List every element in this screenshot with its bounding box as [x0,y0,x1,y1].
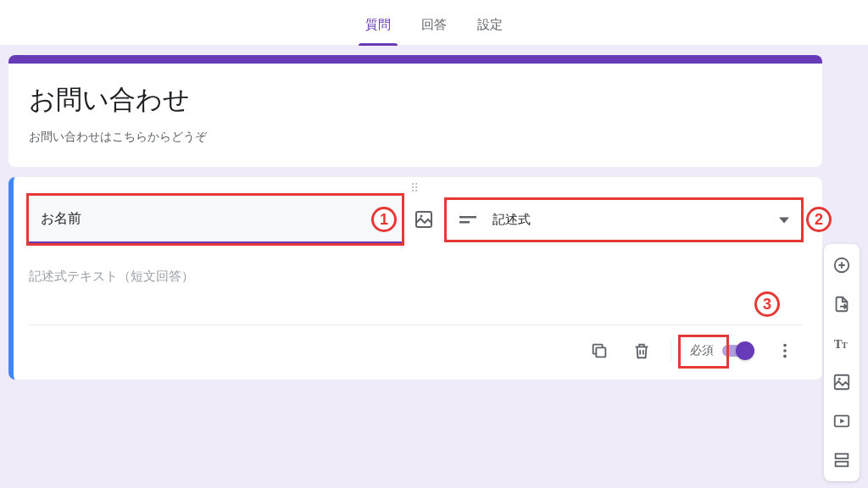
svg-rect-2 [459,216,476,219]
import-questions-button[interactable] [827,288,856,320]
side-toolbar: T T [824,244,860,481]
svg-rect-3 [459,221,470,224]
delete-button[interactable] [625,334,659,368]
required-label: 必須 [690,343,714,358]
tab-responses[interactable]: 回答 [416,8,452,45]
question-card: ⠿ 1 記述 [8,177,822,380]
svg-rect-15 [836,462,849,467]
required-group: 必須 [683,340,760,362]
answer-placeholder: 記述式テキスト（短文回答） [29,247,454,294]
svg-text:T: T [842,341,848,350]
add-video-button[interactable] [827,405,856,437]
annotation-badge-1: 1 [371,207,397,232]
svg-rect-4 [596,347,605,357]
question-type-dropdown[interactable]: 記述式 2 [446,199,802,241]
more-options-button[interactable] [768,334,802,368]
question-footer: 必須 3 [29,325,802,368]
editor-tabs: 質問 回答 設定 [0,0,868,45]
svg-point-7 [783,355,787,358]
chevron-down-icon [779,212,789,227]
add-section-button[interactable] [827,444,856,476]
tab-settings[interactable]: 設定 [472,8,508,45]
question-title-box: 1 [29,196,402,243]
footer-separator [670,340,671,362]
svg-rect-14 [836,454,849,459]
duplicate-button[interactable] [582,334,616,368]
annotation-badge-3: 3 [754,291,780,317]
add-image-button[interactable] [827,366,856,398]
form-header-card: お問い合わせ お問い合わせはこちらからどうぞ [8,55,822,167]
svg-point-6 [783,349,787,352]
question-header-row: 1 記述式 [29,196,802,243]
annotation-badge-2: 2 [806,207,832,232]
question-title-input[interactable] [29,196,402,243]
add-title-button[interactable]: T T [827,327,856,359]
add-image-icon[interactable] [414,209,434,230]
content-area: お問い合わせ お問い合わせはこちらからどうぞ ⠿ 1 [0,45,868,380]
short-answer-icon [459,214,481,225]
form-description[interactable]: お問い合わせはこちらからどうぞ [29,130,802,145]
required-toggle[interactable] [722,345,753,357]
question-type-label: 記述式 [492,212,531,228]
drag-handle-icon[interactable]: ⠿ [29,184,802,196]
tab-questions[interactable]: 質問 [360,8,396,45]
svg-point-12 [838,378,841,380]
svg-point-5 [783,344,787,347]
svg-point-1 [420,215,423,218]
form-title[interactable]: お問い合わせ [29,82,802,118]
add-question-button[interactable] [827,249,856,281]
